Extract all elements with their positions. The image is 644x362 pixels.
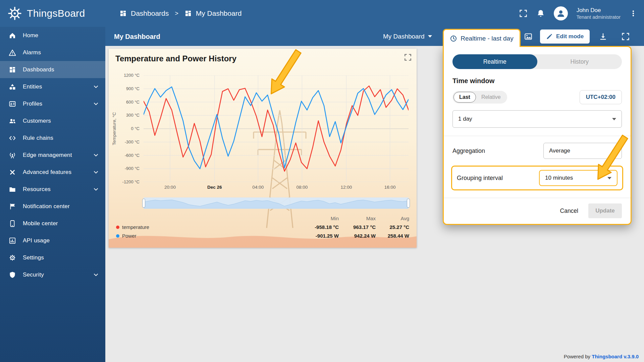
update-button[interactable]: Update (588, 203, 622, 218)
y-axis-tick: 600 °C (126, 99, 140, 105)
home-icon (9, 32, 17, 39)
dashboard-fullscreen-icon[interactable] (621, 32, 630, 41)
breadcrumb-label: Dashboards (131, 9, 169, 17)
breadcrumb-my-dashboard[interactable]: My Dashboard (184, 9, 242, 17)
x-axis-tick: Dec 26 (207, 185, 222, 190)
download-icon[interactable] (599, 32, 607, 41)
sidebar-item-label: Settings (23, 254, 44, 261)
toggle-relative[interactable]: Relative (476, 92, 506, 103)
grouping-interval-label: Grouping interval (457, 175, 503, 182)
sidebar-item-profiles[interactable]: Profiles (0, 95, 105, 112)
sidebar-item-mobile-center[interactable]: Mobile center (0, 215, 105, 232)
series-name: temperature (122, 224, 149, 230)
resources-icon (9, 186, 17, 193)
chart-plot-area (144, 75, 409, 182)
aggregation-select[interactable]: Average (543, 143, 622, 159)
sidebar-item-settings[interactable]: Settings (0, 249, 105, 266)
slider-handle-right[interactable] (407, 199, 410, 207)
widget-title: Temperature and Power History (115, 54, 236, 63)
edge-management-icon (9, 152, 17, 159)
slider-selection (144, 198, 408, 208)
sidebar-item-resources[interactable]: Resources (0, 181, 105, 198)
sidebar-item-api-usage[interactable]: API usage (0, 232, 105, 249)
legend-value: 25.27 °C (376, 224, 409, 230)
y-axis-tick: 300 °C (126, 112, 140, 118)
breadcrumb-dashboards[interactable]: Dashboards (119, 9, 169, 17)
grouping-interval-value: 10 minutes (545, 175, 573, 181)
edit-mode-button[interactable]: Edit mode (540, 29, 590, 44)
legend-header: Avg (376, 216, 409, 221)
user-info: John Doe Tenant administrator (577, 7, 621, 20)
sidebar-item-alarms[interactable]: Alarms (0, 44, 105, 61)
y-axis-tick: -900 °C (125, 166, 140, 172)
sidebar-item-label: Mobile center (23, 220, 58, 227)
image-export-icon[interactable] (524, 32, 533, 41)
time-range-slider[interactable] (144, 197, 409, 209)
sidebar-item-label: API usage (23, 237, 50, 244)
toggle-last[interactable]: Last (453, 92, 476, 103)
sidebar-item-rule-chains[interactable]: Rule chains (0, 129, 105, 146)
dashboard-toolbar: My Dashboard My Dashboard Edit mode (105, 27, 644, 46)
series-color-dot (116, 234, 119, 238)
chevron-down-icon (428, 35, 432, 38)
version-link[interactable]: Thingsboard v.3.9.0 (592, 354, 639, 359)
legend-key-temperature[interactable]: temperature (116, 224, 288, 230)
kebab-menu-icon[interactable] (629, 9, 637, 17)
chart-legend: MinMaxAvgtemperature-958.18 °C963.17 °C2… (116, 216, 409, 239)
user-role: Tenant administrator (577, 14, 621, 20)
dashboards-icon (119, 10, 127, 17)
chevron-down-icon (94, 85, 98, 88)
notifications-bell-icon[interactable] (536, 9, 545, 18)
legend-header: Max (339, 216, 376, 221)
sidebar-item-advanced-features[interactable]: Advanced features (0, 164, 105, 181)
tab-history[interactable]: History (537, 54, 622, 69)
legend-header: Min (288, 216, 339, 221)
aggregation-label: Aggregation (452, 147, 485, 155)
user-avatar[interactable] (554, 6, 568, 20)
dashboards-icon (9, 66, 17, 73)
sidebar-item-edge-management[interactable]: Edge management (0, 146, 105, 164)
fullscreen-icon[interactable] (519, 9, 528, 18)
timewindow-button[interactable]: Realtime - last day (443, 29, 521, 47)
chevron-down-icon (94, 274, 98, 276)
sidebar-item-customers[interactable]: Customers (0, 112, 105, 129)
chevron-down-icon (94, 171, 98, 174)
interval-select[interactable]: 1 day (452, 110, 622, 128)
powered-by: Powered by Thingsboard v.3.9.0 (564, 354, 639, 359)
app-logo[interactable]: ThingsBoard (0, 6, 105, 21)
sidebar-item-home[interactable]: Home (0, 27, 105, 44)
chart-widget: Temperature and Power History Temperatur… (109, 49, 417, 248)
timezone-button[interactable]: UTC+02:00 (580, 90, 622, 104)
api-usage-icon (9, 237, 17, 244)
divider (444, 136, 631, 136)
breadcrumb: Dashboards > My Dashboard (119, 9, 241, 17)
timewindow-tabs: Realtime History (452, 54, 622, 69)
timewindow-popup: Realtime History Time window Last Relati… (443, 46, 632, 225)
slider-handle-left[interactable] (142, 199, 145, 207)
legend-key-power[interactable]: Power (116, 233, 288, 239)
y-axis-ticks: 1200 °C900 °C600 °C300 °C0 °C-300 °C-600… (109, 72, 140, 185)
widget-fullscreen-icon[interactable] (404, 53, 412, 61)
page-title: My Dashboard (114, 33, 160, 40)
edit-mode-label: Edit mode (556, 33, 584, 40)
cancel-button[interactable]: Cancel (560, 207, 578, 215)
sidebar-item-dashboards[interactable]: Dashboards (0, 61, 105, 78)
sidebar-item-label: Resources (23, 186, 51, 193)
customers-icon (9, 117, 17, 125)
range-toggle: Last Relative (452, 91, 507, 104)
y-axis-tick: -600 °C (125, 153, 140, 159)
legend-value: -958.18 °C (288, 224, 339, 230)
notification-center-icon (9, 203, 17, 210)
breadcrumb-label: My Dashboard (196, 9, 242, 17)
divider (444, 198, 631, 198)
dashboard-state-selector[interactable]: My Dashboard (383, 33, 432, 40)
grouping-interval-select[interactable]: 10 minutes (539, 170, 618, 186)
sidebar-item-notification-center[interactable]: Notification center (0, 198, 105, 215)
tab-realtime[interactable]: Realtime (452, 54, 537, 69)
dashboard-state-label: My Dashboard (383, 33, 425, 40)
sidebar-item-security[interactable]: Security (0, 266, 105, 283)
y-axis-tick: 900 °C (126, 86, 140, 92)
chevron-down-icon (94, 103, 98, 105)
sidebar-item-entities[interactable]: Entities (0, 78, 105, 95)
chevron-down-icon (94, 154, 98, 157)
